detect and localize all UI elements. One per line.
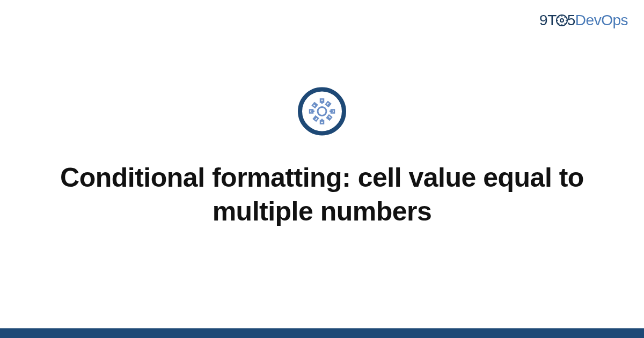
bottom-accent-bar [0, 328, 644, 338]
gear-icon [308, 97, 336, 125]
logo-gear-icon [555, 14, 568, 27]
logo-text-devops: DevOps [575, 12, 628, 28]
gear-icon-circle [298, 87, 346, 135]
svg-point-2 [318, 107, 326, 115]
main-content: Conditional formatting: cell value equal… [0, 87, 644, 228]
site-logo: 9T5DevOps [539, 12, 628, 29]
logo-text-9t: 9T [539, 12, 557, 28]
page-title: Conditional formatting: cell value equal… [54, 161, 590, 228]
svg-point-1 [560, 19, 564, 22]
logo-text-5: 5 [567, 12, 575, 28]
